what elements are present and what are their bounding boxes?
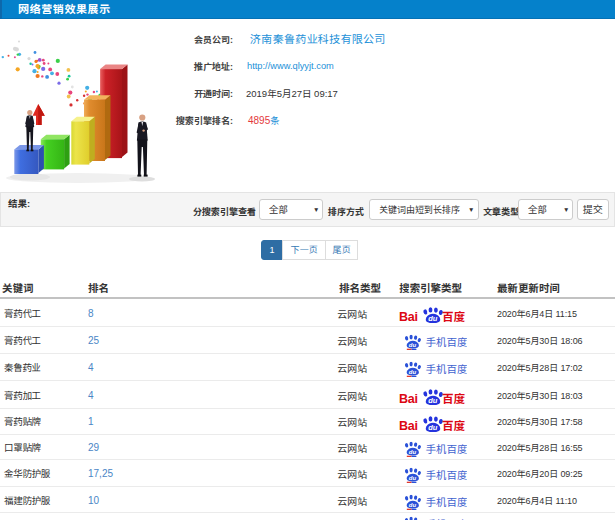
svg-text:手机百度: 手机百度 [426,362,468,377]
svg-text:Bai: Bai [399,310,418,324]
svg-text:du: du [409,449,417,455]
svg-text:手机百度: 手机百度 [426,335,468,350]
svg-text:du: du [428,396,438,405]
svg-text:手机百度: 手机百度 [426,494,468,509]
svg-text:百度: 百度 [442,308,465,324]
svg-text:du: du [409,343,417,349]
svg-text:Bai: Bai [399,392,418,406]
svg-text:du: du [409,502,417,508]
svg-text:手机百度: 手机百度 [426,441,468,456]
svg-text:du: du [428,314,438,323]
svg-text:du: du [409,370,417,376]
svg-text:手机百度: 手机百度 [426,468,468,483]
svg-text:手机百度: 手机百度 [426,516,468,520]
svg-text:百度: 百度 [442,390,465,406]
svg-text:百度: 百度 [442,416,465,432]
svg-text:du: du [428,423,438,432]
svg-text:du: du [409,475,417,481]
svg-text:Bai: Bai [399,418,418,432]
